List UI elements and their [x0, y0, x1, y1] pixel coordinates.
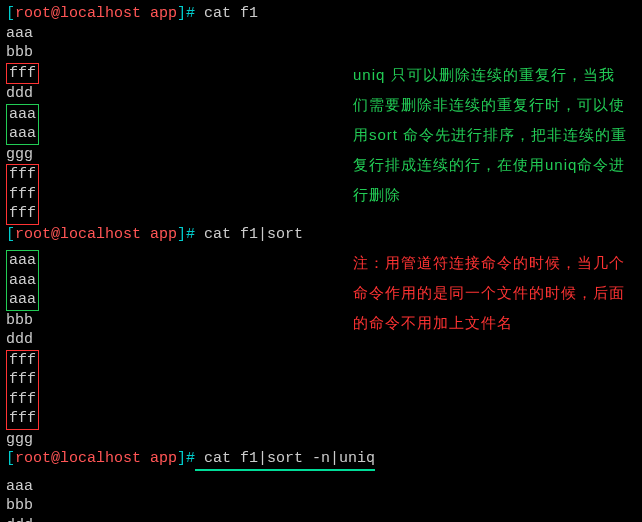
- command: cat f1: [195, 5, 258, 22]
- highlight-red: fff: [6, 63, 39, 85]
- prompt-line-2[interactable]: [root@localhost app]# cat f1|sort: [6, 225, 642, 245]
- output-line: aaa: [6, 24, 642, 44]
- output-line: ggg: [6, 430, 642, 450]
- command: cat f1|sort -n|uniq: [195, 450, 375, 467]
- command: cat f1|sort: [195, 226, 303, 243]
- highlight-underline: cat f1|sort -n|uniq: [195, 449, 375, 471]
- annotation-green: uniq 只可以删除连续的重复行，当我们需要删除非连续的重复行时，可以使用sor…: [353, 60, 628, 210]
- annotation-red: 注：用管道符连接命令的时候，当几个命令作用的是同一个文件的时候，后面的命令不用加…: [353, 248, 628, 338]
- highlight-red: ffffffffffff: [6, 350, 39, 430]
- highlight-green: aaaaaa: [6, 104, 39, 145]
- hash: #: [186, 5, 195, 22]
- userhost: root@localhost app: [15, 5, 177, 22]
- highlight-red: fffffffff: [6, 164, 39, 225]
- bracket: [: [6, 5, 15, 22]
- prompt-line-1[interactable]: [root@localhost app]# cat f1: [6, 4, 642, 24]
- output-line: aaa: [6, 477, 642, 497]
- bracket: ]: [177, 5, 186, 22]
- highlight-green: aaaaaaaaa: [6, 250, 39, 311]
- output-line: ddd: [6, 516, 642, 523]
- prompt-line-3[interactable]: [root@localhost app]# cat f1|sort -n|uni…: [6, 449, 642, 471]
- output-line: bbb: [6, 496, 642, 516]
